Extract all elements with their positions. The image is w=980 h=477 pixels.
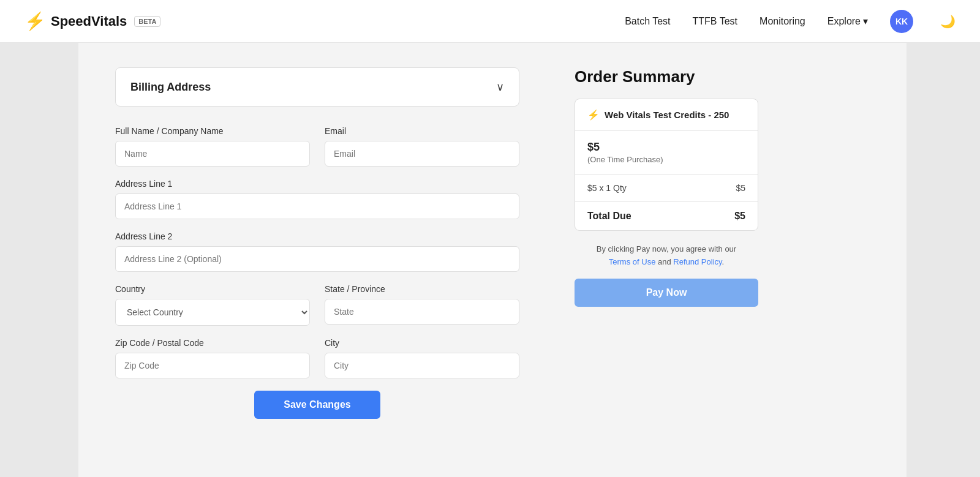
state-input[interactable] bbox=[325, 299, 519, 325]
logo-area: ⚡ SpeedVitals BETA bbox=[24, 11, 625, 31]
country-state-row: Country Select Country State / Province bbox=[115, 284, 519, 326]
address1-row: Address Line 1 bbox=[115, 179, 519, 219]
lightning-icon: ⚡ bbox=[24, 11, 46, 31]
billing-form-section: Billing Address ∨ Full Name / Company Na… bbox=[78, 43, 556, 477]
country-label: Country bbox=[115, 284, 310, 294]
address1-group: Address Line 1 bbox=[115, 179, 519, 219]
order-price-section: $5 (One Time Purchase) bbox=[575, 131, 758, 175]
address1-input[interactable] bbox=[115, 193, 519, 219]
country-select[interactable]: Select Country bbox=[115, 299, 310, 326]
order-product-row: ⚡ Web Vitals Test Credits - 250 bbox=[575, 99, 758, 131]
content-area: Billing Address ∨ Full Name / Company Na… bbox=[78, 43, 907, 477]
city-group: City bbox=[325, 338, 519, 378]
order-summary-section: Order Summary ⚡ Web Vitals Test Credits … bbox=[556, 43, 777, 477]
full-name-label: Full Name / Company Name bbox=[115, 126, 310, 136]
logo-text: SpeedVitals bbox=[51, 13, 127, 29]
terms-text: By clicking Pay now, you agree with our … bbox=[575, 243, 758, 269]
nav-monitoring[interactable]: Monitoring bbox=[760, 16, 805, 27]
left-sidebar bbox=[0, 43, 78, 477]
nav-batch-test[interactable]: Batch Test bbox=[625, 16, 670, 27]
main-layout: Billing Address ∨ Full Name / Company Na… bbox=[0, 43, 980, 477]
nav-explore[interactable]: Explore ▾ bbox=[827, 15, 868, 27]
billing-address-card[interactable]: Billing Address ∨ bbox=[115, 67, 519, 107]
full-name-input[interactable] bbox=[115, 141, 310, 167]
address1-label: Address Line 1 bbox=[115, 179, 519, 189]
order-card: ⚡ Web Vitals Test Credits - 250 $5 (One … bbox=[575, 99, 758, 231]
order-total-label: Total Due bbox=[587, 211, 631, 222]
dark-mode-icon[interactable]: 🌙 bbox=[940, 14, 956, 29]
zip-city-row: Zip Code / Postal Code City bbox=[115, 338, 519, 378]
nav-ttfb-test[interactable]: TTFB Test bbox=[693, 16, 738, 27]
zip-label: Zip Code / Postal Code bbox=[115, 338, 310, 348]
product-name: Web Vitals Test Credits - 250 bbox=[605, 110, 729, 120]
city-label: City bbox=[325, 338, 519, 348]
full-name-group: Full Name / Company Name bbox=[115, 126, 310, 167]
avatar[interactable]: KK bbox=[890, 10, 913, 33]
header: ⚡ SpeedVitals BETA Batch Test TTFB Test … bbox=[0, 0, 980, 43]
state-group: State / Province bbox=[325, 284, 519, 326]
email-group: Email bbox=[325, 126, 519, 167]
name-email-row: Full Name / Company Name Email bbox=[115, 126, 519, 167]
order-summary-title: Order Summary bbox=[575, 67, 758, 86]
billing-address-title: Billing Address bbox=[130, 81, 211, 94]
address2-row: Address Line 2 bbox=[115, 231, 519, 272]
email-input[interactable] bbox=[325, 141, 519, 167]
state-label: State / Province bbox=[325, 284, 519, 294]
order-total-value: $5 bbox=[734, 211, 745, 222]
zip-input[interactable] bbox=[115, 353, 310, 378]
refund-policy-link[interactable]: Refund Policy bbox=[673, 257, 722, 266]
email-label: Email bbox=[325, 126, 519, 136]
order-qty-value: $5 bbox=[736, 183, 745, 193]
address2-group: Address Line 2 bbox=[115, 231, 519, 272]
terms-of-use-link[interactable]: Terms of Use bbox=[609, 257, 656, 266]
right-sidebar bbox=[907, 43, 980, 477]
chevron-down-icon: ∨ bbox=[496, 80, 504, 94]
address2-input[interactable] bbox=[115, 246, 519, 272]
country-group: Country Select Country bbox=[115, 284, 310, 326]
main-nav: Batch Test TTFB Test Monitoring Explore … bbox=[625, 10, 956, 33]
order-qty-row: $5 x 1 Qty $5 bbox=[575, 175, 758, 202]
order-qty-label: $5 x 1 Qty bbox=[587, 183, 627, 193]
beta-badge: BETA bbox=[134, 16, 160, 27]
address2-label: Address Line 2 bbox=[115, 231, 519, 241]
order-price-sub: (One Time Purchase) bbox=[587, 155, 745, 164]
city-input[interactable] bbox=[325, 353, 519, 378]
order-price: $5 bbox=[587, 141, 745, 154]
zip-group: Zip Code / Postal Code bbox=[115, 338, 310, 378]
save-changes-button[interactable]: Save Changes bbox=[254, 391, 380, 419]
order-total-row: Total Due $5 bbox=[575, 202, 758, 230]
product-lightning-icon: ⚡ bbox=[587, 109, 600, 121]
pay-now-button[interactable]: Pay Now bbox=[575, 279, 758, 307]
chevron-down-icon: ▾ bbox=[863, 15, 868, 27]
